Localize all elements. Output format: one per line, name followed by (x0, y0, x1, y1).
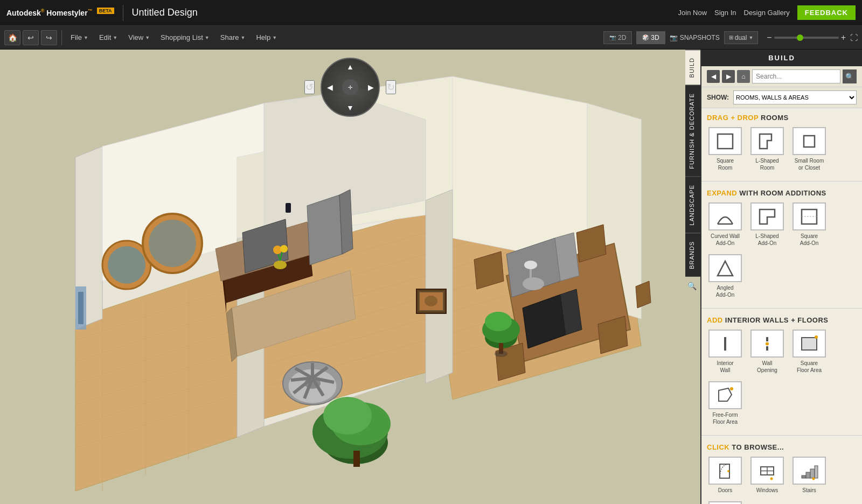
panel-forward-button[interactable]: ▶ (722, 70, 735, 83)
brands-tab[interactable]: BRANDS (685, 233, 700, 277)
zoom-slider[interactable] (774, 37, 839, 39)
snapshots-button[interactable]: 📷 SNAPSHOTS (670, 34, 720, 41)
interior-wall-item[interactable]: InteriorWall (706, 327, 745, 376)
panel-back-button[interactable]: ◀ (707, 70, 720, 83)
right-panel: BUILD ◀ ▶ ⌂ 🔍 SHOW: ROOMS, WALLS & AREAS… (700, 50, 862, 504)
svg-point-94 (425, 296, 437, 306)
svg-rect-120 (802, 475, 806, 478)
divider-2 (701, 308, 862, 309)
small-room-item[interactable]: Small Roomor Closet (790, 125, 829, 173)
fireplaces-item[interactable]: Fireplaces (706, 499, 745, 504)
svg-line-65 (291, 378, 312, 380)
file-menu[interactable]: File ▼ (66, 31, 93, 44)
curved-wall-item[interactable]: Curved WallAdd-On (706, 200, 745, 249)
zoom-minus-button[interactable]: − (767, 33, 771, 43)
topbar: Autodesk® Homestyler™ BETA Untitled Desi… (0, 0, 862, 26)
show-label: SHOW: (707, 94, 729, 101)
nav-left-button[interactable]: ◀ (324, 82, 335, 93)
show-select[interactable]: ROOMS, WALLS & AREAS FLOORS ONLY ROOMS O… (733, 90, 857, 104)
angled-addon-item[interactable]: AngledAdd-On (706, 252, 745, 300)
svg-rect-87 (353, 451, 360, 467)
expand-button[interactable]: ⛶ (850, 33, 858, 42)
panel-nav: ◀ ▶ ⌂ 🔍 (701, 66, 862, 87)
svg-rect-42 (78, 292, 84, 324)
interior-header: ADD INTERIOR WALLS + FLOORS (701, 311, 862, 327)
svg-marker-112 (719, 388, 732, 401)
l-shaped-addon-item[interactable]: L-ShapedAdd-On (748, 200, 787, 249)
svg-rect-122 (810, 469, 815, 478)
zoom-plus-button[interactable]: + (841, 33, 846, 43)
l-shaped-room-item[interactable]: L-ShapedRoom (748, 125, 787, 173)
toolbar-divider (61, 30, 62, 45)
svg-point-119 (770, 477, 773, 480)
svg-rect-100 (804, 136, 815, 147)
canvas[interactable]: ↺ ▲ ▼ ◀ ▶ ✛ ↻ (0, 50, 700, 504)
build-label: BUILD (701, 50, 862, 66)
svg-rect-67 (286, 203, 291, 213)
sign-in-link[interactable]: Sign In (714, 9, 736, 17)
browse-header: CLICK TO BROWSE... (701, 438, 862, 454)
svg-marker-105 (718, 261, 733, 276)
svg-rect-123 (815, 466, 818, 478)
nav-down-button[interactable]: ▼ (345, 102, 356, 113)
zoom-thumb (797, 34, 803, 41)
panel-home-button[interactable]: ⌂ (737, 70, 750, 83)
mode-3d-button[interactable]: 🎲 3D (636, 31, 665, 44)
view-menu[interactable]: View ▼ (124, 31, 154, 44)
title-divider (123, 5, 123, 21)
topbar-right: Join Now Sign In Design Gallery FEEDBACK (678, 5, 856, 20)
svg-point-113 (730, 387, 733, 390)
svg-marker-99 (760, 134, 771, 149)
3d-scene (0, 50, 700, 504)
wall-opening-item[interactable]: WallOpening (748, 327, 787, 376)
dual-button[interactable]: ⊞ dual ▼ (724, 31, 759, 44)
feedback-button[interactable]: FEEDBACK (797, 5, 856, 20)
furnish-decorate-tab[interactable]: FURNISH & DECORATE (685, 85, 700, 177)
join-now-link[interactable]: Join Now (678, 9, 707, 17)
rotate-right-button[interactable]: ↻ (386, 80, 396, 94)
svg-point-124 (812, 477, 815, 480)
square-floor-item[interactable]: SquareFloor Area (790, 327, 829, 376)
share-menu[interactable]: Share ▼ (216, 31, 250, 44)
shopping-list-menu[interactable]: Shopping List ▼ (156, 31, 214, 44)
svg-point-109 (766, 342, 769, 345)
panel-search-input[interactable] (752, 69, 840, 83)
home-button[interactable]: 🏠 (4, 30, 20, 45)
show-row: SHOW: ROOMS, WALLS & AREAS FLOORS ONLY R… (701, 87, 862, 108)
rotate-left-button[interactable]: ↺ (304, 80, 315, 94)
landscape-tab[interactable]: LANDSCAPE (685, 177, 700, 233)
nav-right-button[interactable]: ▶ (365, 82, 376, 93)
rooms-grid: SquareRoom L-ShapedRoom (701, 125, 862, 179)
freeform-floor-item[interactable]: Free-FormFloor Area (706, 379, 745, 428)
help-menu[interactable]: Help ▼ (252, 31, 281, 44)
square-addon-item[interactable]: SquareAdd-On (790, 200, 829, 249)
nav-up-button[interactable]: ▲ (345, 61, 356, 72)
edit-menu[interactable]: Edit ▼ (95, 31, 122, 44)
undo-button[interactable]: ↩ (23, 30, 39, 45)
panel-search-button[interactable]: 🔍 (843, 69, 857, 83)
svg-rect-103 (802, 209, 817, 224)
mode-2d-button[interactable]: 📷 2D (603, 31, 632, 44)
additions-grid: Curved WallAdd-On L-ShapedAdd-On (701, 200, 862, 306)
expand-header: EXPAND WITH ROOM ADDITIONS (701, 184, 862, 200)
nav-ring: ▲ ▼ ◀ ▶ ✛ (321, 58, 380, 117)
browse-grid: Doors Windows (701, 454, 862, 504)
redo-button[interactable]: ↪ (41, 30, 57, 45)
design-gallery-link[interactable]: Design Gallery (744, 9, 790, 17)
svg-point-95 (524, 261, 537, 269)
svg-point-111 (815, 335, 818, 339)
magnify-button[interactable]: 🔍 (687, 282, 697, 290)
divider-3 (701, 435, 862, 436)
doors-item[interactable]: Doors (706, 454, 745, 496)
square-room-item[interactable]: SquareRoom (706, 125, 745, 173)
svg-point-86 (323, 397, 372, 435)
svg-rect-121 (806, 472, 810, 478)
divider-1 (701, 181, 862, 181)
svg-rect-98 (718, 134, 733, 149)
stairs-item[interactable]: Stairs (790, 454, 829, 496)
navigation-control: ↺ ▲ ▼ ◀ ▶ ✛ ↻ (321, 58, 380, 117)
build-tab[interactable]: BUILD (685, 50, 700, 85)
svg-marker-102 (760, 209, 775, 224)
logo-area: Autodesk® Homestyler™ BETA (6, 8, 114, 17)
windows-item[interactable]: Windows (748, 454, 787, 496)
